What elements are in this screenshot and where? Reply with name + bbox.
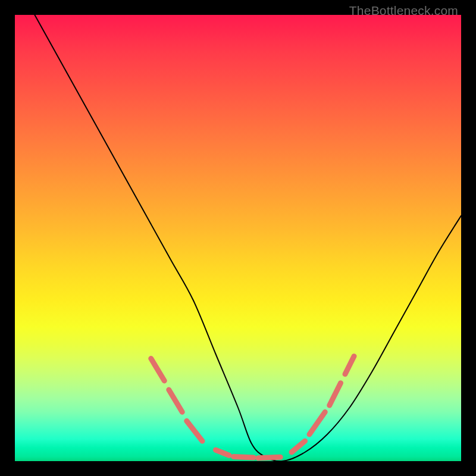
chart-frame: TheBottleneck.com — [0, 0, 476, 476]
curve-svg — [15, 15, 461, 461]
highlight-segment — [292, 441, 305, 452]
highlight-segment — [330, 383, 341, 406]
bottleneck-curve-line — [15, 15, 461, 461]
highlight-segment — [187, 421, 202, 441]
highlight-segment — [216, 450, 230, 455]
highlight-segment — [345, 356, 354, 374]
highlight-segment — [151, 359, 165, 381]
highlight-segments — [151, 356, 354, 458]
highlight-segment — [309, 412, 325, 435]
highlight-segment — [234, 457, 254, 458]
plot-area — [15, 15, 461, 461]
highlight-segment — [169, 390, 183, 412]
highlight-segment — [258, 457, 281, 458]
